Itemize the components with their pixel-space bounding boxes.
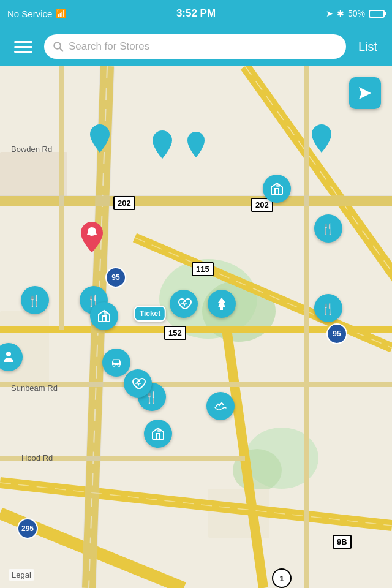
hamburger-menu-button[interactable] bbox=[10, 33, 37, 60]
status-left: No Service 📶 bbox=[7, 9, 66, 19]
status-right: ➤ ✱ 50% bbox=[326, 9, 385, 18]
interstate-sign-95-right: 95 bbox=[326, 323, 347, 344]
restaurant-pin-icon-5: 🍴 bbox=[314, 214, 342, 243]
svg-text:🍴: 🍴 bbox=[28, 294, 42, 307]
bluetooth-icon: ✱ bbox=[337, 9, 344, 18]
nature-pin-1[interactable] bbox=[208, 290, 236, 318]
svg-line-1 bbox=[59, 48, 62, 51]
legal-label[interactable]: Legal bbox=[9, 569, 34, 581]
battery-icon bbox=[369, 10, 385, 18]
handshake-pin-1[interactable] bbox=[206, 392, 235, 420]
svg-point-38 bbox=[118, 364, 120, 367]
home-pin-icon-3 bbox=[144, 420, 172, 448]
nav-bar: Search for Stores List bbox=[0, 27, 392, 66]
svg-point-40 bbox=[6, 352, 11, 356]
highway-sign-115: 115 bbox=[192, 262, 214, 276]
road-label-hood: Hood Rd bbox=[21, 453, 53, 462]
person-pin-1[interactable] bbox=[0, 343, 23, 371]
restaurant-pin-1[interactable]: 🍴 bbox=[21, 286, 49, 314]
search-icon bbox=[53, 41, 64, 52]
battery-percent: 50% bbox=[348, 9, 365, 18]
nature-pin-icon-1 bbox=[208, 290, 236, 318]
search-bar[interactable]: Search for Stores bbox=[44, 34, 346, 59]
home-pin-icon-1 bbox=[263, 175, 291, 203]
home-pin-2[interactable] bbox=[90, 302, 118, 330]
svg-marker-42 bbox=[359, 87, 371, 99]
restaurant-pin-icon-1: 🍴 bbox=[21, 286, 49, 314]
car-pin-1[interactable] bbox=[102, 349, 130, 377]
svg-point-37 bbox=[113, 364, 115, 367]
no-service-label: No Service bbox=[7, 9, 52, 19]
person-pin-icon-1 bbox=[0, 343, 23, 371]
store-pin-top-4[interactable] bbox=[311, 123, 333, 156]
highway-sign-9b: 9B bbox=[333, 535, 352, 549]
wifi-icon: 📶 bbox=[56, 9, 66, 18]
hamburger-line-1 bbox=[14, 41, 32, 43]
health-pin-1[interactable] bbox=[170, 290, 198, 318]
ticket-pin-1[interactable]: Ticket bbox=[134, 306, 166, 322]
interstate-sign-295: 295 bbox=[17, 518, 38, 539]
highway-sign-202-left: 202 bbox=[113, 196, 135, 210]
home-pin-icon-2 bbox=[90, 302, 118, 330]
location-arrow-icon: ➤ bbox=[326, 9, 333, 18]
store-pin-top-2[interactable] bbox=[151, 129, 173, 162]
store-pin-top-3[interactable] bbox=[186, 130, 206, 161]
health-pin-icon-1 bbox=[170, 290, 198, 318]
car-pin-icon-1 bbox=[102, 349, 130, 377]
user-location-pin bbox=[78, 219, 105, 256]
interstate-sign-95-mid: 95 bbox=[105, 267, 126, 288]
home-pin-3[interactable] bbox=[144, 420, 172, 448]
list-view-button[interactable]: List bbox=[353, 37, 382, 56]
highway-sign-1: 1 bbox=[272, 568, 292, 588]
status-bar: No Service 📶 3:52 PM ➤ ✱ 50% bbox=[0, 0, 392, 27]
restaurant-pin-5[interactable]: 🍴 bbox=[314, 214, 342, 243]
svg-point-34 bbox=[104, 311, 107, 315]
store-pin-top-1[interactable] bbox=[89, 123, 111, 156]
map-container[interactable]: Bowden Rd Sunbeam Rd Hood Rd 202 202 115… bbox=[0, 66, 392, 588]
svg-rect-36 bbox=[221, 307, 223, 310]
status-time: 3:52 PM bbox=[176, 7, 216, 20]
svg-text:🍴: 🍴 bbox=[321, 302, 335, 315]
restaurant-pin-4[interactable]: 🍴 bbox=[314, 294, 342, 322]
hamburger-line-2 bbox=[14, 46, 32, 48]
svg-rect-39 bbox=[113, 360, 119, 363]
home-pin-1[interactable] bbox=[263, 175, 291, 203]
svg-text:🍴: 🍴 bbox=[321, 222, 335, 236]
svg-point-35 bbox=[157, 429, 161, 432]
svg-rect-7 bbox=[0, 152, 67, 201]
svg-point-33 bbox=[276, 184, 280, 187]
restaurant-pin-icon-4: 🍴 bbox=[314, 294, 342, 322]
highway-sign-152: 152 bbox=[164, 326, 186, 340]
ticket-badge-label: Ticket bbox=[134, 306, 166, 322]
locate-me-button[interactable] bbox=[349, 77, 381, 109]
search-placeholder-text: Search for Stores bbox=[69, 40, 337, 53]
hamburger-line-3 bbox=[14, 51, 32, 53]
road-label-bowden: Bowden Rd bbox=[11, 145, 52, 154]
road-label-sunbeam: Sunbeam Rd bbox=[11, 383, 58, 393]
handshake-pin-icon-1 bbox=[206, 392, 235, 420]
